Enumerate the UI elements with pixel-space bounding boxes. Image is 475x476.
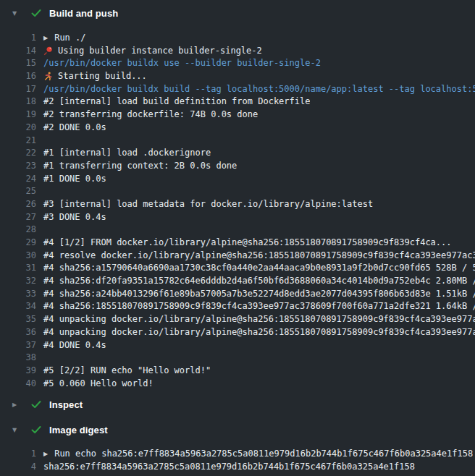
- log-text: #2 DONE 0.0s: [36, 122, 106, 135]
- line-number[interactable]: 17: [0, 83, 36, 96]
- section-header[interactable]: ▼Build and push: [0, 2, 475, 24]
- log-text: #1 [internal] load .dockerignore: [36, 147, 211, 160]
- log-text: #4 sha256:185518070891758909c9f839cf4ca3…: [36, 300, 475, 313]
- log-text: [36, 224, 43, 237]
- log-text-content: #4 unpacking docker.io/library/alpine@sh…: [43, 326, 475, 339]
- log-line: 14Using builder instance builder-single-…: [0, 45, 475, 58]
- log-text-content: #4 unpacking docker.io/library/alpine@sh…: [43, 313, 475, 326]
- line-number[interactable]: 21: [0, 135, 36, 148]
- log-line: 26#3 [internal] load metadata for docker…: [0, 198, 475, 211]
- line-number[interactable]: 29: [0, 237, 36, 250]
- log-text-content: Run ./: [54, 32, 85, 45]
- line-number[interactable]: 32: [0, 275, 36, 288]
- line-number[interactable]: 18: [0, 95, 36, 109]
- line-number[interactable]: 30: [0, 250, 36, 263]
- line-number[interactable]: 19: [0, 109, 36, 122]
- log-command-text: /usr/bin/docker buildx build --tag local…: [36, 83, 475, 96]
- log-text: #4 sha256:df20fa9351a15782c64e6dddb2d4a6…: [36, 275, 475, 288]
- log-line: 21: [0, 135, 475, 148]
- log-text-content: #4 sha256:a24bb4013296f61e89ba57005a7b3e…: [43, 288, 475, 301]
- log-line: 24#1 DONE 0.0s: [0, 173, 475, 186]
- line-number[interactable]: 27: [0, 211, 36, 224]
- log-line: 38: [0, 352, 475, 365]
- line-number[interactable]: 35: [0, 313, 36, 326]
- line-number[interactable]: 16: [0, 70, 36, 83]
- log-text-content: #1 DONE 0.0s: [43, 173, 106, 186]
- log-line: 28: [0, 224, 475, 237]
- log-text-content: #2 transferring dockerfile: 74B 0.0s don…: [43, 109, 258, 122]
- line-number[interactable]: 15: [0, 57, 36, 70]
- log-line: 40#5 0.060 Hello world!: [0, 378, 475, 391]
- line-number[interactable]: 20: [0, 122, 36, 135]
- expand-arrow-icon[interactable]: ▶: [43, 448, 48, 461]
- log-text-content: Using builder instance builder-single-2: [58, 45, 262, 58]
- log-line: 23#1 transferring context: 2B 0.0s done: [0, 160, 475, 173]
- chevron-down-icon[interactable]: ▼: [12, 427, 20, 433]
- log-text-content: /usr/bin/docker buildx build --tag local…: [43, 83, 475, 96]
- line-number[interactable]: 1: [0, 448, 36, 461]
- log-text: #4 unpacking docker.io/library/alpine@sh…: [36, 313, 475, 326]
- section-header[interactable]: ▶Inspect: [0, 394, 475, 415]
- line-number[interactable]: 4: [0, 461, 36, 474]
- chevron-down-icon[interactable]: ▼: [12, 10, 20, 17]
- section-inspect: ▶Inspect: [0, 394, 475, 415]
- section-title: Image digest: [49, 425, 108, 435]
- log-line: 17/usr/bin/docker buildx build --tag loc…: [0, 83, 475, 96]
- line-number[interactable]: 26: [0, 198, 36, 211]
- line-number[interactable]: 23: [0, 160, 36, 173]
- chevron-right-icon[interactable]: ▶: [12, 401, 20, 408]
- line-number[interactable]: 25: [0, 185, 36, 198]
- log-text: #4 sha256:a24bb4013296f61e89ba57005a7b3e…: [36, 288, 475, 301]
- line-number[interactable]: 31: [0, 262, 36, 275]
- log-text-content: #1 [internal] load .dockerignore: [43, 147, 211, 160]
- line-number[interactable]: 1: [0, 32, 36, 45]
- log-line: 16Starting build...: [0, 70, 475, 83]
- line-number[interactable]: 36: [0, 326, 36, 339]
- log-text-content: Starting build...: [58, 70, 147, 83]
- line-number[interactable]: 28: [0, 224, 36, 237]
- check-icon: [30, 7, 42, 19]
- line-number[interactable]: 38: [0, 352, 36, 365]
- log-lines-block: 1▶Run ./14Using builder instance builder…: [0, 24, 475, 390]
- log-line: 31#4 sha256:a15790640a6690aa1730c38cf0a4…: [0, 262, 475, 275]
- log-text-content: #2 [internal] load build definition from…: [43, 95, 310, 109]
- line-number[interactable]: 40: [0, 378, 36, 391]
- workflow-log-console: ▼Build and push1▶Run ./14Using builder i…: [0, 0, 475, 476]
- line-number[interactable]: 24: [0, 173, 36, 186]
- log-text-content: #3 DONE 0.4s: [43, 211, 106, 224]
- line-number[interactable]: 39: [0, 365, 36, 378]
- log-text-content: Run echo sha256:e7ff8834a5963a2785c5a081…: [54, 448, 473, 461]
- log-text: #3 [internal] load metadata for docker.i…: [36, 198, 373, 211]
- log-line: 18#2 [internal] load build definition fr…: [0, 95, 475, 109]
- log-text: [36, 352, 43, 365]
- log-text: ▶Run ./: [36, 32, 86, 45]
- log-text: #5 0.060 Hello world!: [36, 378, 154, 391]
- log-text-content: #4 resolve docker.io/library/alpine@sha2…: [43, 250, 475, 263]
- log-text: Using builder instance builder-single-2: [36, 45, 262, 58]
- log-line: 1▶Run ./: [0, 32, 475, 45]
- log-line: 29#4 [1/2] FROM docker.io/library/alpine…: [0, 237, 475, 250]
- log-line: 35#4 unpacking docker.io/library/alpine@…: [0, 313, 475, 326]
- line-number[interactable]: 22: [0, 147, 36, 160]
- log-line: 20#2 DONE 0.0s: [0, 122, 475, 135]
- log-line: 39#5 [2/2] RUN echo "Hello world!": [0, 365, 475, 378]
- expand-arrow-icon[interactable]: ▶: [43, 32, 48, 45]
- log-text: #2 transferring dockerfile: 74B 0.0s don…: [36, 109, 258, 122]
- log-line: 25: [0, 185, 475, 198]
- line-number[interactable]: 34: [0, 300, 36, 313]
- log-text: #4 unpacking docker.io/library/alpine@sh…: [36, 326, 475, 339]
- log-text-content: #4 sha256:185518070891758909c9f839cf4ca3…: [43, 300, 475, 313]
- line-number[interactable]: 37: [0, 339, 36, 352]
- log-text: Starting build...: [36, 70, 147, 83]
- section-header[interactable]: ▼Image digest: [0, 419, 475, 441]
- section-image-digest: ▼Image digest1▶Run echo sha256:e7ff8834a…: [0, 419, 475, 473]
- line-number[interactable]: 33: [0, 288, 36, 301]
- log-line: 30#4 resolve docker.io/library/alpine@sh…: [0, 250, 475, 263]
- log-line: 22#1 [internal] load .dockerignore: [0, 147, 475, 160]
- log-text-content: #5 0.060 Hello world!: [43, 378, 154, 391]
- log-line: 33#4 sha256:a24bb4013296f61e89ba57005a7b…: [0, 288, 475, 301]
- check-icon: [30, 399, 42, 410]
- log-text: #4 DONE 0.4s: [36, 339, 106, 352]
- log-line: 36#4 unpacking docker.io/library/alpine@…: [0, 326, 475, 339]
- line-number[interactable]: 14: [0, 45, 36, 58]
